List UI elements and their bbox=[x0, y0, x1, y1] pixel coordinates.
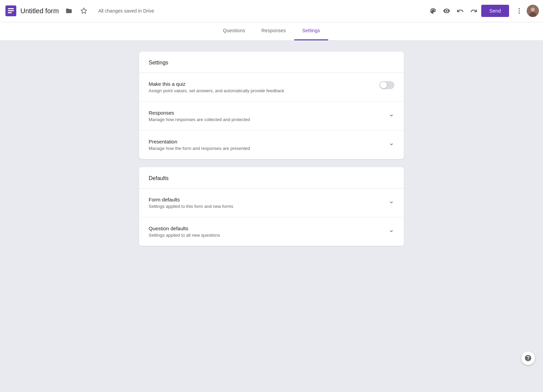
make-quiz-desc: Assign point values, set answers, and au… bbox=[149, 88, 284, 93]
make-quiz-control bbox=[379, 81, 394, 89]
tab-settings[interactable]: Settings bbox=[294, 22, 329, 40]
responses-text: Responses Manage how responses are colle… bbox=[149, 110, 250, 122]
question-defaults-text: Question defaults Settings applied to al… bbox=[149, 226, 220, 238]
svg-marker-4 bbox=[81, 8, 87, 14]
defaults-card-title: Defaults bbox=[139, 167, 404, 189]
make-quiz-row: Make this a quiz Assign point values, se… bbox=[139, 73, 404, 102]
responses-row[interactable]: Responses Manage how responses are colle… bbox=[139, 102, 404, 131]
star-button[interactable] bbox=[78, 5, 90, 17]
tab-questions[interactable]: Questions bbox=[215, 22, 253, 40]
topbar-left: Untitled form All changes saved in Drive bbox=[4, 4, 427, 18]
more-button[interactable] bbox=[513, 5, 525, 17]
responses-chevron-icon: ⌄ bbox=[389, 110, 394, 118]
presentation-chevron-icon: ⌄ bbox=[389, 139, 394, 147]
responses-control: ⌄ bbox=[389, 110, 394, 118]
palette-button[interactable] bbox=[427, 5, 439, 17]
presentation-title: Presentation bbox=[149, 139, 250, 144]
save-status: All changes saved in Drive bbox=[98, 8, 154, 14]
defaults-card: Defaults Form defaults Settings applied … bbox=[139, 167, 404, 246]
preview-button[interactable] bbox=[441, 5, 453, 17]
svg-point-6 bbox=[519, 10, 520, 12]
question-defaults-title: Question defaults bbox=[149, 226, 220, 231]
folder-button[interactable] bbox=[63, 5, 75, 17]
responses-desc: Manage how responses are collected and p… bbox=[149, 117, 250, 122]
presentation-desc: Manage how the form and responses are pr… bbox=[149, 146, 250, 151]
settings-card: Settings Make this a quiz Assign point v… bbox=[139, 52, 404, 159]
svg-point-9 bbox=[531, 7, 535, 12]
make-quiz-toggle[interactable] bbox=[379, 81, 394, 89]
svg-rect-2 bbox=[8, 10, 14, 11]
app-icon bbox=[4, 4, 18, 18]
svg-point-5 bbox=[519, 8, 520, 9]
settings-card-title: Settings bbox=[139, 52, 404, 73]
avatar[interactable] bbox=[527, 5, 539, 17]
topbar: Untitled form All changes saved in Drive… bbox=[0, 0, 543, 22]
topbar-right: Send bbox=[427, 5, 539, 17]
make-quiz-text: Make this a quiz Assign point values, se… bbox=[149, 81, 284, 93]
question-defaults-desc: Settings applied to all new questions bbox=[149, 233, 220, 238]
form-defaults-text: Form defaults Settings applied to this f… bbox=[149, 197, 233, 209]
presentation-control: ⌄ bbox=[389, 139, 394, 147]
redo-button[interactable] bbox=[468, 5, 480, 17]
help-button[interactable] bbox=[521, 351, 535, 365]
question-defaults-control: ⌄ bbox=[389, 226, 394, 234]
make-quiz-title: Make this a quiz bbox=[149, 81, 284, 87]
svg-rect-3 bbox=[8, 12, 12, 13]
presentation-row[interactable]: Presentation Manage how the form and res… bbox=[139, 131, 404, 159]
question-defaults-chevron-icon: ⌄ bbox=[389, 226, 394, 234]
form-defaults-control: ⌄ bbox=[389, 197, 394, 205]
form-defaults-row[interactable]: Form defaults Settings applied to this f… bbox=[139, 189, 404, 217]
send-button[interactable]: Send bbox=[481, 5, 509, 17]
form-title: Untitled form bbox=[20, 7, 59, 15]
form-defaults-desc: Settings applied to this form and new fo… bbox=[149, 204, 233, 209]
form-defaults-title: Form defaults bbox=[149, 197, 233, 202]
undo-button[interactable] bbox=[454, 5, 466, 17]
question-defaults-row[interactable]: Question defaults Settings applied to al… bbox=[139, 217, 404, 246]
main-content: Settings Make this a quiz Assign point v… bbox=[0, 41, 543, 257]
tabs-bar: Questions Responses Settings bbox=[0, 22, 543, 41]
responses-title: Responses bbox=[149, 110, 250, 116]
form-defaults-chevron-icon: ⌄ bbox=[389, 197, 394, 205]
tab-responses[interactable]: Responses bbox=[253, 22, 294, 40]
svg-point-7 bbox=[519, 13, 520, 14]
presentation-text: Presentation Manage how the form and res… bbox=[149, 139, 250, 151]
svg-rect-1 bbox=[8, 8, 14, 9]
